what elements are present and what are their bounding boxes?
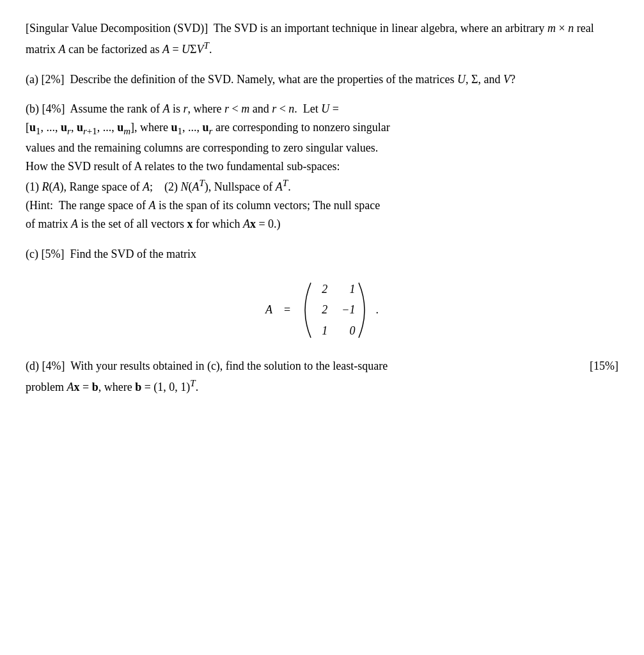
part-a-text: (a) [2%] Describe the definition of the … [26,73,515,86]
part-a-paragraph: (a) [2%] Describe the definition of the … [26,70,618,89]
matrix-cell-r3c1: 1 [315,322,327,340]
left-paren-svg [297,281,315,339]
matrix-cell-r2c1: 2 [315,301,327,319]
intro-text: [Singular Value Decomposition (SVD)] The… [26,22,594,56]
matrix-cell-r3c2: 0 [342,322,355,340]
part-d-points: [15%] [590,357,618,375]
right-paren-svg [355,281,373,339]
intro-paragraph: [Singular Value Decomposition (SVD)] The… [26,19,618,59]
matrix-cell-r1c1: 2 [315,280,327,299]
main-content: [Singular Value Decomposition (SVD)] The… [26,19,618,397]
part-b-text: (b) [4%] Assume the rank of A is r, wher… [26,102,390,230]
matrix-cell-r2c2: −1 [342,301,355,319]
equals-sign: = [284,301,290,319]
part-b-paragraph: (b) [4%] Assume the rank of A is r, wher… [26,100,618,233]
period: . [375,301,379,319]
matrix-grid: 2 1 2 −1 1 0 [315,276,355,344]
part-d-paragraph: (d) [4%] With your results obtained in (… [26,357,618,397]
part-c-paragraph: (c) [5%] Find the SVD of the matrix A = … [26,245,618,344]
part-d-text: (d) [4%] With your results obtained in (… [26,357,388,397]
part-c-text: (c) [5%] Find the SVD of the matrix [26,248,196,260]
matrix-label: A [265,301,272,319]
matrix-display: A = 2 1 2 −1 1 0 . [26,276,618,344]
matrix-cell-r1c2: 1 [342,280,355,299]
part-d-container: (d) [4%] With your results obtained in (… [26,357,618,397]
